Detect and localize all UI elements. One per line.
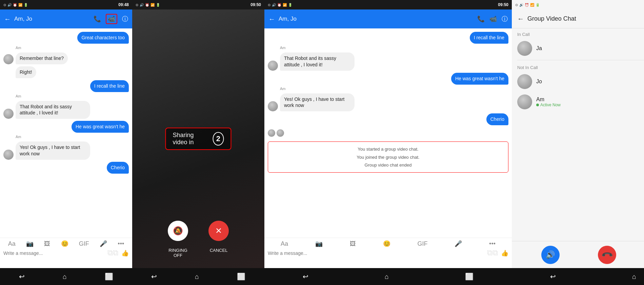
nav-back-2[interactable]: ↩ — [151, 272, 157, 281]
status-icon-alarm: ⏰ — [13, 3, 17, 7]
group-video-title: Group Video Chat — [527, 15, 644, 22]
more-icon[interactable]: ••• — [118, 240, 124, 247]
not-in-call-label: Not In Call — [512, 62, 644, 71]
bubble-recv-2: Right! — [16, 66, 36, 78]
bubble-sent-1: Great characters too — [77, 32, 129, 44]
footer-input-row-3: ⿻⿻ 👍 — [264, 248, 512, 258]
nav-square-3[interactable]: ⬜ — [465, 272, 474, 281]
active-dot — [536, 104, 539, 106]
p3-thumb-icon[interactable]: 👍 — [501, 249, 508, 257]
call-controls: 🔊 📞 🎤 📷 — [512, 241, 644, 268]
avatar-3 — [3, 150, 14, 160]
nav-home-3[interactable]: ⌂ — [385, 273, 389, 281]
image-icon[interactable]: 🖼 — [44, 240, 50, 247]
s4-icon1: ⊙ — [515, 3, 518, 7]
back-button-3[interactable]: ← — [268, 15, 275, 23]
nav-back-3[interactable]: ↩ — [303, 272, 308, 281]
video-icon-1[interactable]: 📹 — [106, 14, 117, 24]
back-button-4[interactable]: ← — [517, 15, 524, 23]
panel-4-group: ⊙ 🔊 ⏰ 📶 🔋 09:50 ← Group Video Chat In Ca… — [512, 0, 644, 285]
phone-icon-1[interactable]: 📞 — [94, 15, 101, 23]
chat-body-1: Great characters too Am Remember that li… — [0, 28, 132, 238]
message-row-8: Cherio — [3, 162, 129, 174]
end-call-button[interactable]: 📞 — [594, 242, 620, 267]
cancel-button[interactable]: ✕ — [208, 221, 229, 241]
s2-icon3: ⏰ — [145, 3, 149, 7]
s4-icon5: 🔋 — [536, 3, 540, 7]
info-icon-1[interactable]: ⓘ — [122, 15, 128, 23]
message-row-5: That Robot and its sassy attitude , I lo… — [3, 101, 129, 119]
video-info-line-1: You started a group video chat. — [273, 145, 503, 153]
status-icons-4: ⊙ 🔊 ⏰ 📶 🔋 — [515, 3, 540, 7]
status-icon-battery: 🔋 — [24, 3, 28, 7]
video-chat-info-box: You started a group video chat. You join… — [268, 141, 508, 173]
status-bar-3: ⊙ 🔊 ⏰ 📶 🔋 09:50 — [264, 0, 512, 9]
status-bar-4: ⊙ 🔊 ⏰ 📶 🔋 09:50 — [512, 0, 644, 9]
ringing-off-label: RINGING OFF — [168, 248, 188, 258]
p3-sender-2: Am — [280, 87, 508, 91]
chat-footer-3: Aa 📷 🖼 😊 GIF 🎤 ••• ⿻⿻ 👍 — [264, 238, 512, 268]
p3-bubble-sent-2: He was great wasn't he — [451, 73, 508, 85]
message-input-3[interactable] — [268, 250, 485, 256]
video-label-row: RINGING OFF CANCEL — [132, 248, 264, 258]
header-icons-1: 📞 📹 ⓘ — [94, 14, 128, 24]
camera-icon[interactable]: 📷 — [26, 240, 34, 247]
nav-home-4[interactable]: ⌂ — [632, 273, 636, 281]
sender-label-2: Am — [16, 94, 129, 98]
contact-row-jo: Jo — [512, 71, 644, 92]
thumb-icon-1[interactable]: 👍 — [121, 249, 129, 257]
status-icons-2: ⊙ 🔊 ⏰ 📶 🔋 — [136, 3, 160, 7]
avatar-am — [517, 94, 532, 109]
footer-icons-3: Aa 📷 🖼 😊 GIF 🎤 ••• — [264, 238, 512, 248]
panel-1-chat: ⊙ 🔊 ⏰ 📶 🔋 09:48 ← Am, Jo 📞 📹 ⓘ Great cha… — [0, 0, 132, 285]
s3-icon1: ⊙ — [268, 3, 270, 7]
phone-icon-3[interactable]: 📞 — [477, 15, 485, 23]
message-row-2: Remember that line? — [3, 52, 129, 64]
p3-aa-icon[interactable]: Aa — [281, 240, 288, 247]
countdown-number: 2 — [213, 132, 224, 146]
gif-icon[interactable]: GIF — [79, 240, 89, 247]
nav-back-4[interactable]: ↩ — [550, 272, 556, 281]
emoji-icon[interactable]: 😊 — [61, 240, 68, 247]
nav-home-2[interactable]: ⌂ — [195, 273, 199, 281]
video-info-line-3: Group video chat ended — [273, 161, 503, 169]
back-button-1[interactable]: ← — [4, 15, 11, 23]
s3-icon4: 📶 — [283, 3, 287, 7]
nav-square-1[interactable]: ⬜ — [105, 272, 113, 281]
active-text: Active Now — [540, 103, 561, 107]
p3-image-icon[interactable]: 🖼 — [350, 240, 356, 247]
message-row-1: Great characters too — [3, 32, 129, 44]
s2-icon1: ⊙ — [136, 3, 138, 7]
chat-title-1: Am, Jo — [14, 16, 90, 22]
speaker-button[interactable]: 🔊 — [541, 246, 560, 264]
s3-icon5: 🔋 — [288, 3, 292, 7]
aa-icon[interactable]: Aa — [8, 240, 16, 247]
contact-row-ja: Ja — [512, 38, 644, 59]
p3-avatar-1 — [268, 61, 278, 71]
bubble-sent-2: I recall the line — [90, 80, 129, 92]
info-icon-3[interactable]: ⓘ — [502, 15, 508, 23]
nav-home-1[interactable]: ⌂ — [63, 273, 67, 281]
p3-emoji-icon[interactable]: 😊 — [383, 240, 390, 247]
video-icon-3[interactable]: 📹 — [489, 15, 497, 23]
mic-icon[interactable]: 🎤 — [100, 240, 107, 247]
time-3: 09:50 — [498, 2, 508, 7]
panel-2-video: ⊙ 🔊 ⏰ 📶 🔋 09:50 Sharing video in 2 🔕 ✕ R… — [132, 0, 264, 285]
p3-mic-icon[interactable]: 🎤 — [455, 240, 462, 247]
sharing-text: Sharing video in — [173, 132, 209, 146]
nav-back-1[interactable]: ↩ — [19, 272, 25, 281]
p3-more-icon[interactable]: ••• — [489, 240, 496, 247]
plain-header-4: ← Group Video Chat — [512, 9, 644, 28]
nav-square-2[interactable]: ⬜ — [237, 272, 245, 281]
sender-label-1: Am — [16, 46, 129, 50]
p3-camera-icon[interactable]: 📷 — [315, 240, 323, 247]
nav-bar-2: ↩ ⌂ ⬜ — [132, 268, 264, 285]
p3-avatar-small-2 — [277, 129, 284, 137]
message-row-6: He was great wasn't he — [3, 121, 129, 133]
message-input-1[interactable] — [3, 250, 105, 256]
s4-icon4: 📶 — [530, 3, 534, 7]
p3-gif-icon[interactable]: GIF — [417, 240, 427, 247]
contact-name-am: Am Active Now — [536, 96, 561, 107]
avatar-2 — [3, 109, 14, 119]
ringing-off-button[interactable]: 🔕 — [168, 221, 188, 241]
